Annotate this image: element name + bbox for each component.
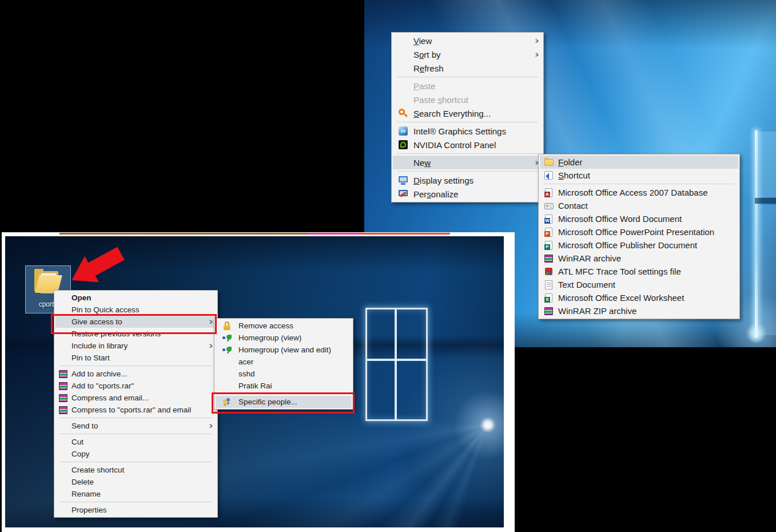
menu-item-pratik-rai[interactable]: Pratik Rai [216,380,352,392]
menu-item-compress-and-email[interactable]: Compress and email... [55,392,216,404]
menu-item-send-to[interactable]: Send to> [55,420,216,432]
menu-item-atl-mfc-trace-tool-settings-file[interactable]: ATL MFC Trace Tool settings file [540,265,738,278]
menu-item-text-document[interactable]: Text Document [540,278,738,291]
icon-gutter [216,368,238,380]
window-logo-vertical-bar [395,309,397,419]
menu-item-new[interactable]: New> [393,156,542,169]
menu-item-personalize[interactable]: Personalize [393,187,542,201]
winrar-icon [540,252,558,265]
window-logo-light-bar [755,130,758,338]
menu-item-microsoft-office-access-2007-database[interactable]: Microsoft Office Access 2007 Database [540,186,738,199]
icon-gutter [393,156,413,169]
submenu-chevron-icon: > [206,342,212,350]
menu-item-give-access-to[interactable]: Give access to> [55,316,216,328]
menu-item-microsoft-office-excel-worksheet[interactable]: Microsoft Office Excel Worksheet [540,291,738,304]
menu-item-rename[interactable]: Rename [55,488,216,500]
menu-item-label: Compress to "cports.rar" and email [71,406,205,414]
icon-gutter [55,292,71,304]
menu-item-label: Microsoft Office Excel Worksheet [558,293,727,303]
menu-item-shortcut[interactable]: Shortcut [540,169,738,182]
menu-item-label: Specific people... [238,398,340,406]
menu-item-compress-to-cports-rar-and-email[interactable]: Compress to "cports.rar" and email [55,404,216,416]
menu-item-label: Paste shortcut [413,95,531,105]
icon-gutter [55,340,71,352]
menu-item-sort-by[interactable]: Sort by> [393,47,542,61]
powerpoint-icon [540,225,558,239]
icon-gutter [55,352,71,364]
menu-item-acer[interactable]: acer [216,356,352,368]
menu-item-nvidia-control-panel[interactable]: NVIDIA Control Panel [393,138,542,152]
menu-item-copy[interactable]: Copy [55,448,216,460]
menu-item-add-to-cports-rar[interactable]: Add to "cports.rar" [55,380,216,392]
menu-item-label: Pin to Start [71,354,205,362]
menu-item-refresh[interactable]: Refresh [393,61,542,75]
menu-item-intel-graphics-settings[interactable]: Intel® Graphics Settings [393,124,542,138]
menu-item-paste-shortcut[interactable]: Paste shortcut [393,93,542,106]
menu-item-label: Microsoft Office Publisher Document [558,240,727,250]
menu-item-winrar-zip-archive[interactable]: WinRAR ZIP archive [540,304,738,317]
menu-item-label: WinRAR ZIP archive [558,306,727,316]
menu-item-open[interactable]: Open [55,292,216,304]
display-icon [393,173,413,187]
new-submenu: FolderShortcutMicrosoft Office Access 20… [538,154,740,319]
icon-gutter [393,79,413,93]
menu-separator [397,171,538,172]
icon-gutter [393,47,413,61]
menu-item-microsoft-office-word-document[interactable]: Microsoft Office Word Document [540,212,738,225]
menu-separator [397,153,538,154]
menu-item-restore-previous-versions[interactable]: Restore previous versions [55,328,216,340]
menu-item-paste[interactable]: Paste [393,79,542,93]
menu-item-label: Add to archive... [71,370,205,378]
menu-item-include-in-library[interactable]: Include in library> [55,340,216,352]
menu-item-remove-access[interactable]: Remove access [216,320,352,332]
icon-gutter [55,488,71,500]
menu-item-label: Personalize [413,189,531,199]
icon-gutter [55,328,71,340]
menu-item-view[interactable]: View> [393,34,542,47]
menu-item-label: Sort by [413,50,531,59]
submenu-chevron-icon: > [532,158,538,167]
menu-separator [59,434,212,434]
menu-item-create-shortcut[interactable]: Create shortcut [55,464,216,476]
menu-item-label: Remove access [238,321,340,330]
menu-item-microsoft-office-powerpoint-presentation[interactable]: Microsoft Office PowerPoint Presentation [540,225,738,239]
atl-icon [540,265,558,278]
submenu-chevron-icon: > [206,422,212,430]
menu-item-sshd[interactable]: sshd [216,368,352,380]
menu-item-folder[interactable]: Folder [540,156,738,169]
menu-item-winrar-archive[interactable]: WinRAR archive [540,252,738,265]
menu-item-delete[interactable]: Delete [55,476,216,488]
menu-item-specific-people[interactable]: Specific people... [216,396,352,408]
menu-item-homegroup-view-and-edit[interactable]: Homegroup (view and edit) [216,344,352,356]
shortcut-icon [540,169,558,182]
menu-item-label: ATL MFC Trace Tool settings file [558,267,727,276]
give-access-to-submenu: Remove accessHomegroup (view)Homegroup (… [214,318,353,410]
icon-gutter [216,380,238,392]
menu-separator [397,77,538,77]
menu-item-pin-to-quick-access[interactable]: Pin to Quick access [55,304,216,316]
menu-item-cut[interactable]: Cut [55,436,216,448]
menu-item-microsoft-office-publisher-document[interactable]: Microsoft Office Publisher Document [540,239,738,252]
word-icon [540,212,558,225]
icon-gutter [55,436,71,448]
crop-strip-red [361,233,450,235]
menu-item-display-settings[interactable]: Display settings [393,173,542,187]
crop-strip-pink [307,233,361,235]
menu-item-contact[interactable]: Contact [540,199,738,212]
personalize-icon [393,187,413,201]
icon-gutter [55,448,71,460]
users-icon [216,396,238,408]
menu-item-label: New [413,158,531,168]
menu-item-homegroup-view[interactable]: Homegroup (view) [216,332,352,344]
icon-gutter [55,420,71,432]
menu-item-properties[interactable]: Properties [55,504,216,516]
menu-item-add-to-archive[interactable]: Add to archive... [55,368,216,380]
menu-item-pin-to-start[interactable]: Pin to Start [55,352,216,364]
menu-item-label: Copy [71,450,205,458]
winrar-icon [55,404,71,416]
icon-gutter [393,34,413,47]
menu-item-label: Create shortcut [71,466,205,474]
menu-item-label: Display settings [413,176,531,185]
menu-item-label: Properties [71,506,205,514]
menu-item-search-everything[interactable]: Search Everything... [393,106,542,120]
